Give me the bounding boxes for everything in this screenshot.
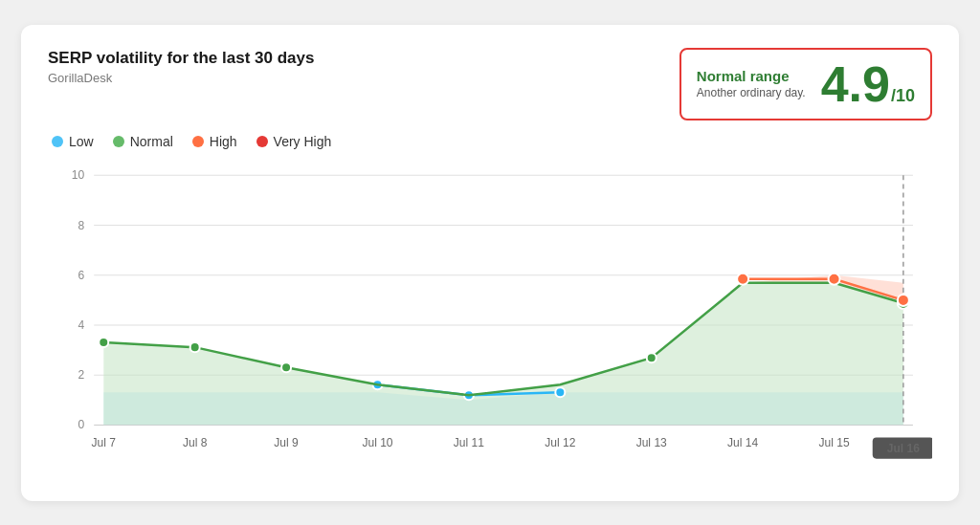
orange-dot-jul16 — [898, 294, 909, 305]
x-label-jul13: Jul 13 — [636, 435, 667, 448]
orange-dot-jul14 — [737, 273, 748, 284]
x-label-jul14: Jul 14 — [727, 435, 758, 448]
legend-label-normal: Normal — [130, 134, 173, 149]
blue-dot-jul12 — [555, 387, 565, 397]
y-label-8: 8 — [78, 218, 84, 231]
high-dot — [192, 136, 204, 147]
x-label-jul11: Jul 11 — [454, 435, 484, 448]
x-label-jul8: Jul 8 — [183, 435, 208, 448]
chart-title: SERP volatility for the last 30 days — [48, 48, 314, 69]
y-label-0: 0 — [78, 418, 84, 431]
legend-label-high: High — [210, 134, 237, 149]
chart-svg: 0 2 4 6 8 10 — [48, 157, 932, 482]
legend-label-low: Low — [69, 134, 94, 149]
title-block: SERP volatility for the last 30 days Gor… — [48, 48, 314, 85]
header-row: SERP volatility for the last 30 days Gor… — [48, 48, 932, 120]
legend-item-high: High — [192, 134, 237, 149]
x-label-jul9: Jul 9 — [274, 435, 299, 448]
green-dot-jul9 — [281, 362, 291, 372]
green-dot-jul8 — [190, 342, 200, 352]
range-desc: Another ordinary day. — [697, 86, 806, 99]
very-high-dot — [256, 136, 268, 147]
chart-subtitle: GorillaDesk — [48, 71, 314, 85]
score-value: 4.9 — [821, 59, 890, 109]
y-label-6: 6 — [78, 268, 84, 281]
x-label-jul7: Jul 7 — [92, 435, 117, 448]
green-dot-jul13 — [647, 353, 657, 362]
y-label-4: 4 — [78, 318, 84, 332]
range-score: 4.9/10 — [821, 59, 915, 109]
y-label-10: 10 — [72, 168, 85, 182]
green-dot-jul7 — [99, 338, 108, 347]
x-label-jul12: Jul 12 — [545, 435, 575, 448]
x-label-jul10: Jul 10 — [362, 435, 392, 448]
range-box: Normal range Another ordinary day. 4.9/1… — [679, 48, 932, 120]
legend-item-normal: Normal — [113, 134, 173, 149]
range-label: Normal range — [697, 68, 806, 84]
orange-dot-jul15 — [829, 273, 840, 284]
x-label-jul16: Jul 16 — [887, 441, 920, 454]
low-dot — [52, 136, 63, 147]
legend-item-low: Low — [52, 134, 94, 149]
score-denom: /10 — [891, 87, 915, 104]
chart-area: 0 2 4 6 8 10 — [48, 157, 932, 482]
normal-dot — [113, 136, 124, 147]
y-label-2: 2 — [78, 368, 84, 382]
legend-label-very-high: Very High — [274, 134, 332, 149]
legend-item-very-high: Very High — [256, 134, 332, 149]
legend: Low Normal High Very High — [52, 134, 932, 149]
x-label-jul15: Jul 15 — [818, 435, 849, 448]
main-card: SERP volatility for the last 30 days Gor… — [21, 25, 959, 501]
range-text-block: Normal range Another ordinary day. — [697, 68, 806, 99]
